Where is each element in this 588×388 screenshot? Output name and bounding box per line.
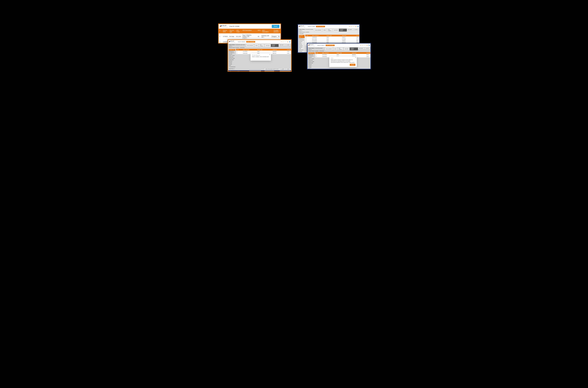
provider-response-popup: ✕ Provider Response : Patient is diabeti… xyxy=(250,53,271,61)
envelope-icon[interactable]: ✉ xyxy=(281,41,282,42)
help-icon[interactable]: ? xyxy=(353,26,353,27)
eclat-logo: ECLATHEALTH SYSTEMS xyxy=(220,25,228,28)
list-icon[interactable]: ≡ xyxy=(365,45,366,46)
history-button[interactable]: HISTORY xyxy=(333,29,339,31)
pdf-review-badge[interactable]: PDF IN REVIEW xyxy=(246,41,255,43)
user-icon[interactable]: 👤 xyxy=(357,26,359,27)
notetype-select[interactable]: Progress / Consult report xyxy=(280,71,290,72)
submit-chart-button[interactable]: SUBMIT CHART xyxy=(339,29,347,31)
table-row: 11/7/2021Rx DataE11.319Type 2 diabetes m… xyxy=(219,33,280,40)
clock-icon[interactable]: ◷ xyxy=(283,41,283,42)
provider-select[interactable]: Bettis, Jonelle – [956456145] xyxy=(249,71,261,72)
review-period: Review Period: 1/1/2021 - 12/31/2021 xyxy=(229,47,246,48)
encounter-bar: DOS From 📅 DOS To 📅 ProviderBettis, Jone… xyxy=(228,70,291,72)
exclusions-button[interactable]: EXCLUSIONS xyxy=(246,44,254,47)
inner-table-header: S.No Date of Service Source Type Source … xyxy=(315,52,371,54)
reinject-button[interactable]: RE-INJECT xyxy=(338,48,343,50)
list-icon[interactable]: ≡ xyxy=(354,26,355,27)
help-icon[interactable]: ? xyxy=(284,41,285,42)
history-button[interactable]: HISTORY xyxy=(265,44,271,47)
popup-body: Patient is diabetic. Since medicated wel… xyxy=(252,56,270,57)
table-row: 208/17/2020Claim3726306E11919 xyxy=(305,38,360,40)
data-button[interactable]: DATA xyxy=(322,29,327,31)
meta-row: Project Name: Concurrent cycle Card Demo… xyxy=(228,44,291,49)
col-src: Source type xyxy=(229,29,236,33)
member-name: Member Name: Brenna Monarca xyxy=(299,41,305,47)
submit-chart-button[interactable]: SUBMIT CHART xyxy=(350,48,358,50)
member-info-header: Member Info xyxy=(308,52,315,54)
data-button[interactable]: DATA xyxy=(333,48,338,50)
coder-query-popup: ✕ Query : Patient came for fracture redu… xyxy=(329,56,357,67)
brand-text: ECLAT xyxy=(222,25,226,26)
table-row: 110/28/2020Claim4166677Z74212 xyxy=(305,36,360,38)
member-info-header: Member Info xyxy=(229,49,235,51)
restart-button[interactable]: RESTART xyxy=(358,48,364,49)
eclat-logo: ECLATHEALTH SYSTEMS xyxy=(299,25,305,27)
popup-body: Patient came for fracture reduction but … xyxy=(331,59,355,63)
view-responses-button[interactable]: VIEW PROVIDER RESPONSES xyxy=(264,68,280,70)
user-icon[interactable]: 👤 xyxy=(368,45,370,46)
chart-id: Chart ID: Match-6 xyxy=(317,45,325,46)
close-icon[interactable]: ✕ xyxy=(269,54,270,55)
close-button[interactable]: CLOSE xyxy=(353,29,359,30)
user-icon[interactable]: 👤 xyxy=(289,41,290,42)
table-row: 307/12/2020Claim7998061B96722 xyxy=(305,40,360,42)
col-icd-desc: ICD Description xyxy=(242,29,257,33)
member-dob: Member DOB: 03/06/1958 xyxy=(229,58,235,61)
grid-icon[interactable]: ▦ xyxy=(356,26,356,27)
member-gender: Member Gender: Female xyxy=(299,51,305,53)
restart-button[interactable]: RESTART xyxy=(347,29,353,30)
member-id: Member ID: 4977662771 xyxy=(229,51,235,53)
member-gender: Member Gender: Female xyxy=(308,64,315,68)
popup-title: Provider Response : xyxy=(252,55,270,56)
history-button[interactable]: HISTORY xyxy=(344,48,350,50)
data-button[interactable]: DATA xyxy=(254,44,259,47)
reinject-button[interactable]: RE-INJECT xyxy=(259,44,264,47)
popup-title: Query : xyxy=(331,58,355,59)
submit-button[interactable]: Submit xyxy=(350,64,355,66)
grid-icon[interactable]: ▦ xyxy=(287,41,288,42)
exclusions-button[interactable]: EXCLUSIONS xyxy=(314,29,322,31)
eclat-logo: ECLATHEALTH SYSTEMS xyxy=(229,41,235,43)
panel4-header: ECLATHEALTH SYSTEMS Chart ID: Match-6 PD… xyxy=(308,44,370,47)
submit-chart-button[interactable]: SUBMIT CHART xyxy=(271,44,279,47)
clock-icon[interactable]: ◷ xyxy=(351,26,352,27)
pos-select[interactable]: 21 – Inpatient Hospital xyxy=(265,71,274,72)
query-button[interactable]: QUERY xyxy=(280,68,286,70)
send-button[interactable]: Send xyxy=(272,25,279,28)
close-button[interactable]: CLOSE xyxy=(365,48,370,49)
envelope-icon[interactable]: ✉ xyxy=(349,26,350,27)
coder-panel-blue: ECLATHEALTH SYSTEMS Chart ID: Match-6 PD… xyxy=(307,43,371,69)
dos-from-input[interactable]: 📅 xyxy=(234,71,237,72)
clock-icon[interactable]: ◷ xyxy=(362,45,363,46)
grid-icon[interactable]: ▦ xyxy=(367,45,368,46)
table-header: # Source DOS Source type ICD Code ICD De… xyxy=(219,29,280,33)
reinject-button[interactable]: RE-INJECT xyxy=(327,29,332,31)
pdf-review-badge[interactable]: PDF IN REVIEW xyxy=(316,26,325,27)
pdf-review-badge[interactable]: PDF IN REVIEW xyxy=(326,45,335,46)
total-rows: Total Rows: 2 xyxy=(229,68,235,70)
member-dob: Member DOB: 05/14/1947 xyxy=(299,47,305,51)
list-icon[interactable]: ≡ xyxy=(286,41,286,42)
member-hcn: HCN: 77Jvm9002029 xyxy=(229,65,235,68)
exclusions-button[interactable]: EXCLUSIONS xyxy=(325,48,333,50)
close-button[interactable]: CLOSE xyxy=(285,44,290,46)
chart-id: Chart ID: 213987 xyxy=(308,26,315,27)
member-name: Member Name: Leticia Haymonds xyxy=(229,53,235,58)
col-icd: ICD Code xyxy=(236,29,242,33)
chart-id: Chart ID: Match-6 xyxy=(238,41,245,42)
help-icon[interactable]: ? xyxy=(364,45,364,46)
restart-button[interactable]: RESTART xyxy=(279,44,285,46)
close-icon[interactable]: ✕ xyxy=(355,57,356,58)
review-period: Review Period: 1/1/2022 - 12/31/2022 xyxy=(299,31,314,34)
dos-to-input[interactable]: 📅 xyxy=(241,71,244,72)
member-id: Member ID: 4977662771 xyxy=(308,54,315,57)
member-hcn: HCN: 77Jvm9002029 xyxy=(308,68,315,69)
save-button[interactable]: SAVE xyxy=(286,68,290,70)
eclat-logo: ECLATHEALTH SYSTEMS xyxy=(308,44,315,46)
provider-selection-dropdown[interactable]: Disagree xyxy=(271,35,280,38)
col-provsel: Provider selection xyxy=(272,29,280,33)
envelope-icon[interactable]: ✉ xyxy=(360,45,361,46)
inner-table-header: S.No Date of Service Source Type Source … xyxy=(305,35,360,36)
brand-subtext: HEALTH SYSTEMS xyxy=(222,27,228,28)
